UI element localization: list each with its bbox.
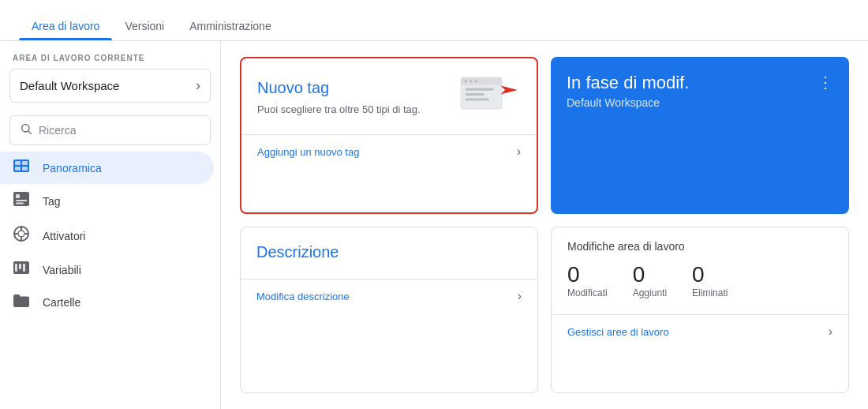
nuovo-tag-card: Nuovo tag Puoi scegliere tra oltre 50 ti… (240, 57, 538, 214)
gestisci-chevron-icon: › (829, 325, 832, 339)
svg-rect-19 (19, 264, 21, 269)
stat-eliminati-number: 0 (692, 262, 728, 287)
workspace-chevron-icon: › (196, 77, 200, 94)
svg-rect-9 (16, 200, 27, 201)
descrizione-title: Descrizione (256, 243, 522, 261)
sidebar-item-panoramica-label: Panoramica (43, 162, 102, 174)
tag-illustration (458, 74, 521, 122)
changes-title: Modifiche area di lavoro (567, 240, 832, 253)
main-layout: AREA DI LAVORO CORRENTE Default Workspac… (0, 41, 868, 409)
svg-point-24 (470, 80, 473, 83)
main-content: Nuovo tag Puoi scegliere tra oltre 50 ti… (221, 41, 868, 409)
sidebar-item-tag[interactable]: Tag (0, 184, 214, 218)
tab-versioni[interactable]: Versioni (112, 9, 177, 40)
descrizione-footer[interactable]: Modifica descrizione › (241, 279, 537, 313)
sidebar-item-attivatori[interactable]: Attivatori (0, 218, 214, 253)
tab-amministrazione[interactable]: Amministrazione (177, 9, 283, 40)
stat-aggiunti-number: 0 (633, 262, 667, 287)
in-fase-subtitle: Default Workspace (567, 96, 689, 109)
svg-rect-26 (466, 88, 494, 91)
svg-marker-29 (500, 85, 518, 94)
sidebar-item-tag-label: Tag (43, 195, 61, 208)
blue-card-menu-button[interactable]: ⋮ (817, 73, 833, 92)
gestisci-footer[interactable]: Gestisci aree di lavoro › (552, 314, 848, 348)
search-placeholder: Ricerca (39, 124, 76, 137)
svg-point-23 (464, 80, 467, 83)
cartelle-icon (13, 294, 30, 311)
panoramica-icon (13, 159, 30, 176)
changes-stats: 0 Modificati 0 Aggiunti 0 Eliminati (567, 262, 832, 298)
svg-point-0 (22, 125, 29, 132)
svg-rect-3 (15, 161, 21, 165)
workspace-selector[interactable]: Default Workspace › (9, 69, 211, 103)
sidebar-item-variabili-label: Variabili (43, 264, 81, 276)
descrizione-card: Descrizione Modifica descrizione › (240, 227, 538, 393)
stat-aggiunti-label: Aggiunti (633, 287, 667, 298)
svg-rect-6 (22, 167, 28, 171)
sidebar-item-cartelle-label: Cartelle (43, 296, 80, 309)
workspace-section-label: AREA DI LAVORO CORRENTE (0, 54, 220, 69)
svg-rect-5 (15, 167, 21, 171)
descrizione-chevron-icon: › (518, 289, 522, 303)
svg-rect-20 (23, 264, 25, 272)
sidebar-item-variabili[interactable]: Variabili (0, 253, 214, 286)
sidebar: AREA DI LAVORO CORRENTE Default Workspac… (0, 41, 221, 409)
workspace-name: Default Workspace (20, 79, 119, 92)
search-bar[interactable]: Ricerca (9, 115, 211, 145)
svg-line-1 (28, 131, 32, 134)
attivatori-icon (13, 226, 30, 246)
top-navigation: Area di lavoro Versioni Amministrazione (0, 0, 868, 41)
svg-point-12 (18, 231, 24, 237)
in-fase-di-modif-card: In fase di modif. Default Workspace ⋮ (551, 57, 849, 214)
in-fase-title: In fase di modif. (567, 73, 689, 93)
nuovo-tag-title: Nuovo tag (257, 79, 421, 97)
stat-eliminati: 0 Eliminati (692, 262, 728, 298)
stat-eliminati-label: Eliminati (692, 287, 728, 298)
tab-area-di-lavoro[interactable]: Area di lavoro (19, 9, 112, 40)
tag-icon (13, 192, 30, 210)
svg-rect-18 (15, 264, 17, 272)
variabili-icon (13, 261, 30, 278)
nuovo-tag-chevron-icon: › (517, 144, 521, 159)
sidebar-item-attivatori-label: Attivatori (43, 230, 85, 242)
svg-rect-10 (16, 203, 24, 204)
nuovo-tag-footer-label: Aggiungi un nuovo tag (257, 146, 359, 158)
nuovo-tag-footer[interactable]: Aggiungi un nuovo tag › (241, 134, 537, 168)
descrizione-footer-label: Modifica descrizione (256, 291, 350, 302)
stat-modificati-label: Modificati (567, 287, 608, 298)
svg-rect-28 (466, 98, 489, 100)
modifiche-card: Modifiche area di lavoro 0 Modificati 0 … (551, 227, 849, 393)
svg-rect-8 (16, 194, 20, 198)
svg-rect-4 (22, 161, 28, 165)
nuovo-tag-description: Puoi scegliere tra oltre 50 tipi di tag. (257, 102, 421, 118)
stat-modificati: 0 Modificati (567, 262, 608, 298)
sidebar-item-panoramica[interactable]: Panoramica (0, 152, 214, 184)
svg-point-25 (474, 80, 477, 83)
sidebar-item-cartelle[interactable]: Cartelle (0, 286, 214, 319)
gestisci-footer-label: Gestisci aree di lavoro (567, 326, 669, 338)
stat-aggiunti: 0 Aggiunti (633, 262, 667, 298)
svg-rect-27 (466, 93, 485, 96)
search-icon (20, 122, 32, 138)
stat-modificati-number: 0 (567, 262, 608, 287)
